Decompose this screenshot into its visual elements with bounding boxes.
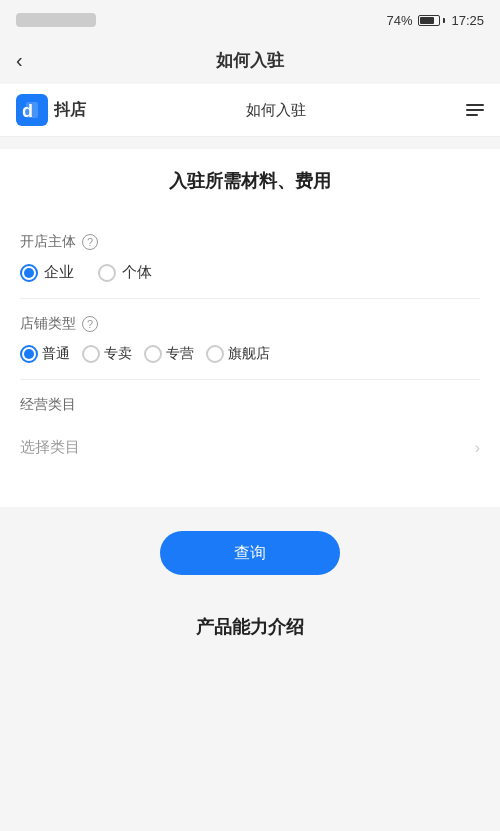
nav-title: 如何入驻: [216, 49, 284, 72]
radio-flagship[interactable]: 旗舰店: [206, 345, 270, 363]
section-title: 入驻所需材料、费用: [20, 169, 480, 193]
radio-enterprise[interactable]: 企业: [20, 263, 74, 282]
query-button[interactable]: 查询: [160, 531, 340, 575]
radio-label-individual: 个体: [122, 263, 152, 282]
time-display: 17:25: [451, 13, 484, 28]
radio-circle-exclusive: [82, 345, 100, 363]
app-logo-icon: d: [16, 94, 48, 126]
app-header-center-title: 如何入驻: [246, 101, 306, 120]
main-card: 入驻所需材料、费用 开店主体 ? 企业 个体 店铺类型 ? 普通: [0, 149, 500, 507]
back-button[interactable]: ‹: [16, 49, 23, 72]
radio-label-enterprise: 企业: [44, 263, 74, 282]
app-header: d 抖店 如何入驻: [0, 84, 500, 137]
status-bar-right: 74% 17:25: [386, 13, 484, 28]
category-label: 经营类目: [20, 396, 480, 414]
radio-special[interactable]: 专营: [144, 345, 194, 363]
nav-bar: ‹ 如何入驻: [0, 36, 500, 84]
status-bar: 74% 17:25: [0, 0, 500, 36]
svg-text:d: d: [22, 101, 33, 121]
menu-icon[interactable]: [466, 104, 484, 116]
radio-individual[interactable]: 个体: [98, 263, 152, 282]
status-bar-app-info: [16, 13, 96, 27]
chevron-right-icon: ›: [475, 439, 480, 457]
menu-line-2: [466, 109, 484, 111]
store-type-group: 店铺类型 ? 普通 专卖 专营 旗舰店: [20, 299, 480, 380]
category-selector[interactable]: 选择类目 ›: [20, 426, 480, 461]
radio-label-normal: 普通: [42, 345, 70, 363]
store-type-label: 店铺类型 ?: [20, 315, 480, 333]
radio-label-flagship: 旗舰店: [228, 345, 270, 363]
radio-circle-flagship: [206, 345, 224, 363]
radio-circle-enterprise: [20, 264, 38, 282]
bottom-section: 产品能力介绍: [0, 595, 500, 659]
radio-exclusive[interactable]: 专卖: [82, 345, 132, 363]
query-btn-wrap: 查询: [0, 507, 500, 595]
radio-label-special: 专营: [166, 345, 194, 363]
owner-type-group: 开店主体 ? 企业 个体: [20, 217, 480, 299]
menu-line-3: [466, 114, 478, 116]
battery-percent: 74%: [386, 13, 412, 28]
app-name: 抖店: [54, 100, 86, 121]
store-type-radio-group: 普通 专卖 专营 旗舰店: [20, 345, 480, 363]
owner-type-radio-group: 企业 个体: [20, 263, 480, 282]
bottom-title: 产品能力介绍: [20, 615, 480, 639]
owner-type-label: 开店主体 ?: [20, 233, 480, 251]
radio-circle-special: [144, 345, 162, 363]
radio-label-exclusive: 专卖: [104, 345, 132, 363]
store-type-help-icon[interactable]: ?: [82, 316, 98, 332]
radio-normal[interactable]: 普通: [20, 345, 70, 363]
category-group: 经营类目 选择类目 ›: [20, 380, 480, 477]
battery-icon: [418, 15, 445, 26]
menu-line-1: [466, 104, 484, 106]
app-logo: d 抖店: [16, 94, 86, 126]
radio-circle-normal: [20, 345, 38, 363]
radio-circle-individual: [98, 264, 116, 282]
category-placeholder: 选择类目: [20, 438, 80, 457]
owner-type-help-icon[interactable]: ?: [82, 234, 98, 250]
